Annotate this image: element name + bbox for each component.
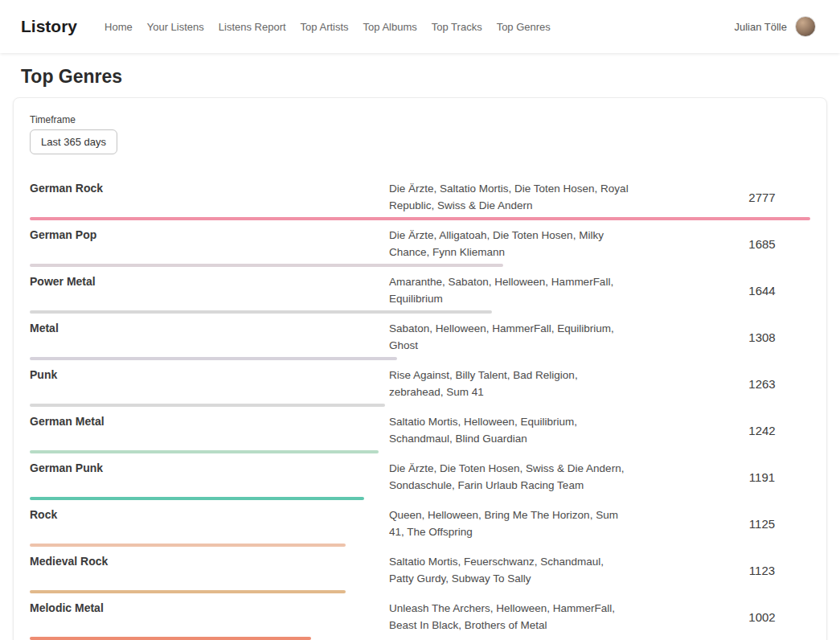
genre-artists: Die Ärzte, Saltatio Mortis, Die Toten Ho… xyxy=(389,180,630,214)
genre-row: Power Metal Amaranthe, Sabaton, Hellowee… xyxy=(30,269,810,315)
genre-name: Punk xyxy=(30,367,389,381)
nav-item-home[interactable]: Home xyxy=(104,21,133,33)
genre-bar xyxy=(30,310,492,314)
genre-count: 1685 xyxy=(714,237,810,251)
genre-bar xyxy=(30,590,346,593)
genre-artists: Saltatio Mortis, Helloween, Equilibrium,… xyxy=(389,413,630,447)
timeframe-label: Timeframe xyxy=(30,114,810,125)
genre-row: Medieval Rock Saltatio Mortis, Feuerschw… xyxy=(30,548,810,595)
genre-row: Rock Queen, Helloween, Bring Me The Hori… xyxy=(30,502,810,548)
genre-name: Medieval Rock xyxy=(30,553,389,568)
genre-artists: Saltatio Mortis, Feuerschwanz, Schandmau… xyxy=(389,553,630,587)
genre-count: 1002 xyxy=(714,610,810,624)
main-nav: Home Your Listens Listens Report Top Art… xyxy=(104,21,734,33)
genre-row: Melodic Metal Unleash The Archers, Hello… xyxy=(30,595,810,640)
genre-count: 1191 xyxy=(714,470,810,484)
genre-artists: Amaranthe, Sabaton, Helloween, HammerFal… xyxy=(389,273,630,307)
genre-bar xyxy=(30,357,397,360)
top-nav: Listory Home Your Listens Listens Report… xyxy=(0,0,840,53)
genre-count: 2777 xyxy=(714,191,810,204)
user-menu[interactable]: Julian Tölle xyxy=(734,16,816,37)
genre-row: Punk Rise Against, Billy Talent, Bad Rel… xyxy=(30,362,810,408)
nav-item-top-artists[interactable]: Top Artists xyxy=(301,21,349,33)
brand-logo[interactable]: Listory xyxy=(21,17,77,36)
genre-row: German Pop Die Ärzte, Alligatoah, Die To… xyxy=(30,222,810,269)
page-title: Top Genres xyxy=(21,66,840,88)
top-genres-card: Timeframe Last 365 days German Rock Die … xyxy=(13,97,827,640)
genre-row: German Rock Die Ärzte, Saltatio Mortis, … xyxy=(30,175,810,222)
genre-name: German Punk xyxy=(30,460,389,474)
avatar[interactable] xyxy=(795,16,816,37)
genre-count: 1242 xyxy=(714,424,810,437)
genre-artists: Rise Against, Billy Talent, Bad Religion… xyxy=(389,367,630,400)
genre-count: 1125 xyxy=(714,517,810,531)
genre-artists: Die Ärzte, Die Toten Hosen, Swiss & Die … xyxy=(389,460,630,494)
genre-count: 1308 xyxy=(714,330,810,344)
genre-artists: Sabaton, Helloween, HammerFall, Equilibr… xyxy=(389,320,630,354)
nav-item-top-albums[interactable]: Top Albums xyxy=(363,21,417,33)
genre-count: 1644 xyxy=(714,284,810,297)
genre-bar xyxy=(30,404,385,407)
genre-bar xyxy=(30,544,346,547)
genre-count: 1263 xyxy=(714,377,810,391)
genre-name: German Rock xyxy=(30,180,389,195)
genre-name: German Metal xyxy=(30,413,389,428)
genre-list: German Rock Die Ärzte, Saltatio Mortis, … xyxy=(30,175,810,640)
genre-artists: Die Ärzte, Alligatoah, Die Toten Hosen, … xyxy=(389,227,630,261)
genre-name: Rock xyxy=(30,507,389,521)
nav-item-top-genres[interactable]: Top Genres xyxy=(497,21,551,33)
genre-bar xyxy=(30,450,379,453)
genre-count: 1123 xyxy=(714,564,810,577)
genre-name: German Pop xyxy=(30,227,389,241)
nav-item-listens-report[interactable]: Listens Report xyxy=(219,21,286,33)
genre-row: German Metal Saltatio Mortis, Helloween,… xyxy=(30,408,810,455)
genre-bar xyxy=(30,637,311,640)
timeframe-select[interactable]: Last 365 days xyxy=(30,129,117,154)
user-name: Julian Tölle xyxy=(734,21,787,33)
genre-bar xyxy=(30,264,503,267)
nav-item-your-listens[interactable]: Your Listens xyxy=(147,21,204,33)
genre-row: Metal Sabaton, Helloween, HammerFall, Eq… xyxy=(30,315,810,362)
genre-artists: Queen, Helloween, Bring Me The Horizon, … xyxy=(389,507,630,540)
genre-bar xyxy=(30,497,364,500)
genre-artists: Unleash The Archers, Helloween, HammerFa… xyxy=(389,600,630,634)
genre-bar xyxy=(30,217,810,220)
genre-name: Metal xyxy=(30,320,389,334)
genre-row: German Punk Die Ärzte, Die Toten Hosen, … xyxy=(30,455,810,502)
nav-item-top-tracks[interactable]: Top Tracks xyxy=(432,21,482,33)
genre-name: Melodic Metal xyxy=(30,600,389,614)
genre-name: Power Metal xyxy=(30,273,389,288)
